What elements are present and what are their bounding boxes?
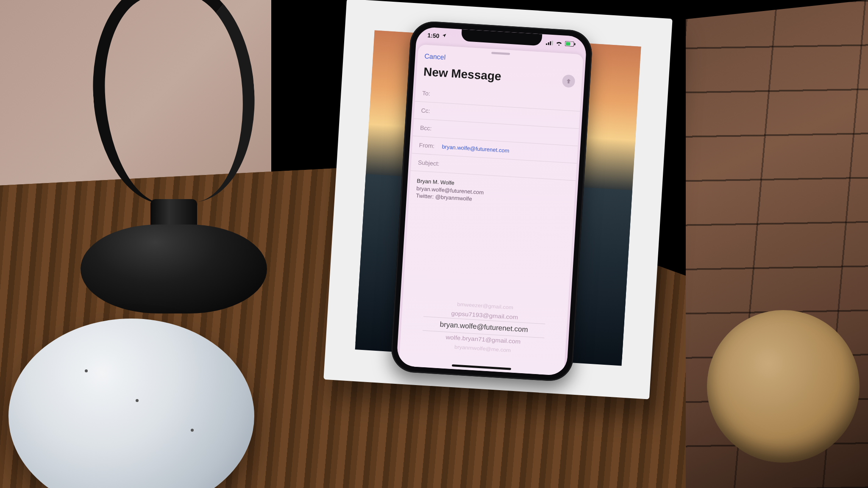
desk-lamp: [64, 136, 284, 313]
from-label: From:: [419, 141, 439, 150]
from-value: bryan.wolfe@futurenet.com: [442, 143, 509, 154]
svg-rect-5: [566, 42, 570, 45]
to-label: To:: [422, 90, 442, 98]
svg-rect-0: [546, 43, 547, 45]
phone-screen: 1:50 Cancel New Message: [396, 26, 587, 376]
from-address-picker[interactable]: bmweezer@gmail.com gopsu7193@gmail.com b…: [399, 286, 569, 368]
svg-rect-2: [550, 41, 551, 45]
send-button[interactable]: [562, 75, 576, 88]
compose-fields: To: Cc: Bcc: From: br: [409, 84, 581, 209]
location-arrow-icon: [442, 33, 447, 38]
subject-label: Subject:: [418, 159, 440, 167]
arrow-up-icon: [565, 78, 572, 85]
cell-signal-icon: [546, 40, 554, 45]
svg-rect-6: [574, 43, 576, 45]
svg-rect-3: [552, 40, 553, 45]
compose-sheet: Cancel New Message To: Cc:: [396, 44, 586, 376]
sheet-grabber[interactable]: [491, 52, 510, 55]
iphone: 1:50 Cancel New Message: [390, 20, 593, 383]
compose-title: New Message: [423, 65, 558, 87]
wifi-icon: [556, 41, 563, 46]
battery-icon: [565, 41, 576, 47]
status-time: 1:50: [427, 32, 440, 39]
svg-rect-1: [548, 42, 549, 45]
bcc-label: Bcc:: [420, 124, 440, 132]
cancel-button[interactable]: Cancel: [424, 53, 446, 61]
round-stool: [707, 310, 860, 463]
cc-label: Cc:: [421, 107, 441, 115]
